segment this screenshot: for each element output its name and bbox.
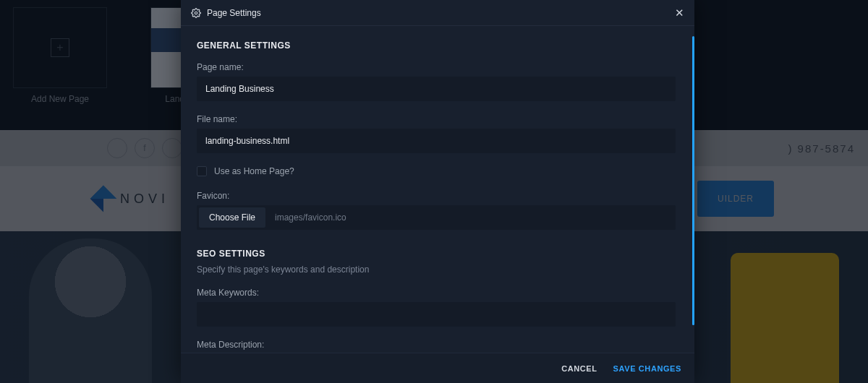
- favicon-field: Choose File images/favicon.ico: [197, 205, 676, 230]
- modal-title: Page Settings: [207, 8, 261, 18]
- favicon-path: images/favicon.ico: [275, 212, 346, 223]
- modal-footer: CANCEL SAVE CHANGES: [181, 353, 694, 383]
- meta-keywords-input[interactable]: [197, 302, 676, 327]
- scrollbar-thumb[interactable]: [692, 36, 694, 325]
- close-icon[interactable]: ✕: [675, 7, 684, 20]
- page-name-input[interactable]: [197, 77, 676, 101]
- section-seo-sub: Specify this page's keywords and descrip…: [197, 264, 676, 275]
- scrollbar-track[interactable]: [692, 26, 694, 353]
- choose-file-button[interactable]: Choose File: [199, 207, 265, 228]
- modal-header: Page Settings ✕: [181, 0, 694, 26]
- home-page-checkbox-label: Use as Home Page?: [214, 166, 294, 176]
- favicon-label: Favicon:: [197, 191, 676, 201]
- page-settings-modal: Page Settings ✕ GENERAL SETTINGS Page na…: [181, 0, 694, 383]
- meta-keywords-label: Meta Keywords:: [197, 288, 676, 298]
- modal-scroll[interactable]: GENERAL SETTINGS Page name: File name: U…: [181, 26, 692, 353]
- save-button[interactable]: SAVE CHANGES: [613, 364, 681, 373]
- svg-point-0: [195, 12, 197, 14]
- meta-description-label: Meta Description:: [197, 340, 676, 350]
- section-seo-heading: SEO SETTINGS: [197, 249, 676, 259]
- gear-icon: [191, 8, 201, 18]
- page-name-label: Page name:: [197, 62, 676, 72]
- file-name-input[interactable]: [197, 129, 676, 153]
- section-general-heading: GENERAL SETTINGS: [197, 40, 676, 51]
- cancel-button[interactable]: CANCEL: [561, 364, 597, 373]
- home-page-checkbox[interactable]: [197, 166, 207, 176]
- file-name-label: File name:: [197, 114, 676, 124]
